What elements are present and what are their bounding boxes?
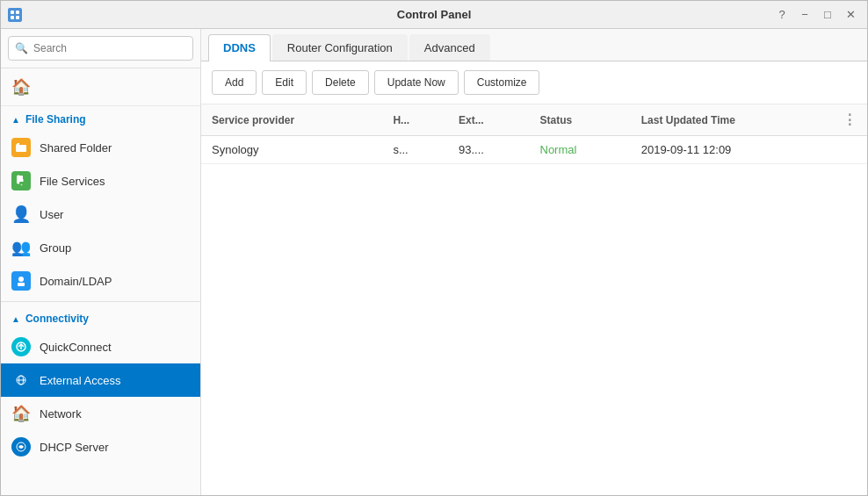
table-header-row: Service provider H... Ext... Status Last… (201, 104, 867, 136)
edit-button[interactable]: Edit (262, 70, 307, 95)
cell-service-provider: Synology (201, 136, 382, 164)
chevron-icon: ▲ (11, 115, 20, 125)
svg-rect-2 (11, 16, 14, 19)
user-label: User (40, 208, 63, 221)
cell-hostname: s... (382, 136, 448, 164)
col-service-provider[interactable]: Service provider (201, 104, 382, 136)
quickconnect-icon (11, 337, 31, 356)
network-icon: 🏠 (11, 404, 31, 423)
ddns-table-area: Service provider H... Ext... Status Last… (201, 104, 867, 495)
sidebar-section-file-sharing[interactable]: ▲ File Sharing (1, 106, 200, 131)
help-button[interactable]: ? (772, 5, 792, 25)
right-panel: DDNS Router Configuration Advanced Add E… (201, 29, 867, 495)
svg-rect-0 (11, 11, 14, 14)
search-input[interactable] (8, 36, 193, 61)
sidebar-item-domain-ldap[interactable]: Domain/LDAP (1, 264, 200, 298)
section-label: File Sharing (25, 113, 86, 126)
external-access-icon (11, 370, 31, 390)
sidebar-item-user[interactable]: 👤 User (1, 198, 200, 231)
search-wrapper: 🔍 (8, 36, 193, 61)
maximize-button[interactable]: □ (818, 5, 837, 25)
sidebar-item-file-services[interactable]: + File Services (1, 164, 200, 198)
shared-folder-label: Shared Folder (40, 141, 112, 155)
cell-last-updated: 2019-09-11 12:09 (631, 136, 832, 164)
svg-rect-3 (16, 16, 19, 19)
col-external-address[interactable]: Ext... (448, 104, 530, 136)
quickconnect-label: QuickConnect (40, 341, 112, 354)
control-panel-window: Control Panel ? − □ ✕ 🔍 🏠 (0, 0, 868, 496)
add-button[interactable]: Add (212, 70, 257, 95)
ddns-table: Service provider H... Ext... Status Last… (201, 104, 867, 164)
svg-rect-9 (18, 283, 25, 286)
sidebar-item-home[interactable]: 🏠 (11, 74, 190, 100)
network-label: Network (40, 407, 82, 421)
sidebar-item-dhcp-server[interactable]: DHCP Server (1, 430, 200, 464)
update-now-button[interactable]: Update Now (374, 70, 459, 95)
cell-more (832, 136, 867, 164)
main-content: 🔍 🏠 ▲ File Sharing Shared Folder (1, 29, 867, 495)
divider-1 (1, 301, 200, 302)
user-icon: 👤 (11, 205, 31, 224)
delete-button[interactable]: Delete (312, 70, 369, 95)
toolbar: Add Edit Delete Update Now Customize (201, 61, 867, 104)
dhcp-icon (11, 437, 31, 456)
col-last-updated[interactable]: Last Updated Time (631, 104, 832, 136)
sidebar-search-area: 🔍 (1, 29, 200, 68)
search-icon: 🔍 (15, 42, 28, 54)
cell-status: Normal (530, 136, 631, 164)
domain-ldap-label: Domain/LDAP (40, 275, 112, 288)
domain-ldap-icon (11, 271, 31, 291)
col-more: ⋮ (832, 104, 867, 136)
svg-rect-4 (16, 145, 26, 152)
app-icon (8, 8, 22, 22)
title-bar-left (8, 8, 22, 22)
more-icon[interactable]: ⋮ (843, 112, 857, 127)
sidebar-item-network[interactable]: 🏠 Network (1, 397, 200, 430)
close-button[interactable]: ✕ (841, 5, 860, 25)
title-bar: Control Panel ? − □ ✕ (1, 1, 867, 29)
minimize-button[interactable]: − (795, 5, 814, 25)
table-row[interactable]: Synology s... 93.... Normal 2019-09-11 1… (201, 136, 867, 164)
home-icon: 🏠 (11, 77, 31, 97)
chevron-icon-2: ▲ (11, 314, 20, 324)
dhcp-server-label: DHCP Server (40, 441, 109, 454)
sidebar-item-group[interactable]: 👥 Group (1, 231, 200, 264)
window-controls: ? − □ ✕ (772, 5, 860, 25)
svg-point-8 (18, 277, 24, 282)
svg-text:+: + (20, 182, 23, 187)
sidebar-section-connectivity[interactable]: ▲ Connectivity (1, 306, 200, 330)
svg-rect-1 (16, 11, 19, 14)
tab-ddns[interactable]: DDNS (208, 34, 271, 61)
file-services-label: File Services (40, 175, 105, 188)
connectivity-section-label: Connectivity (25, 313, 89, 325)
col-status[interactable]: Status (530, 104, 631, 136)
customize-button[interactable]: Customize (464, 70, 540, 95)
cell-external-address: 93.... (448, 136, 530, 164)
tab-advanced[interactable]: Advanced (409, 34, 490, 61)
window-title: Control Panel (397, 8, 472, 21)
external-access-label: External Access (40, 374, 121, 387)
tab-router-config[interactable]: Router Configuration (272, 34, 408, 61)
tab-bar: DDNS Router Configuration Advanced (201, 29, 867, 61)
sidebar-item-external-access[interactable]: External Access (1, 363, 200, 397)
shared-folder-icon (11, 138, 31, 157)
col-hostname[interactable]: H... (382, 104, 448, 136)
group-icon: 👥 (11, 238, 31, 257)
sidebar-item-shared-folder[interactable]: Shared Folder (1, 131, 200, 164)
group-label: Group (40, 241, 71, 255)
file-services-icon: + (11, 171, 31, 190)
sidebar-item-quickconnect[interactable]: QuickConnect (1, 330, 200, 363)
sidebar: 🔍 🏠 ▲ File Sharing Shared Folder (1, 29, 201, 495)
